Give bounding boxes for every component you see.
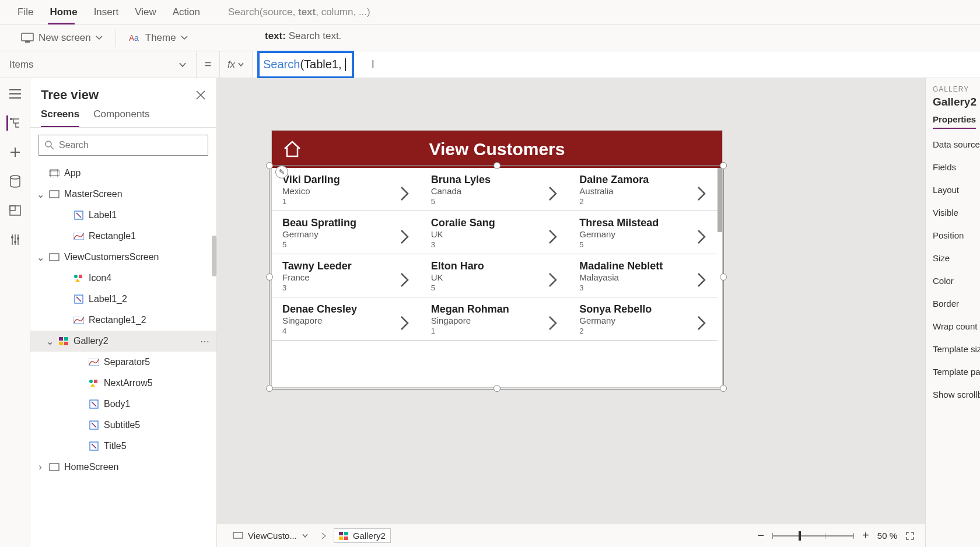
prop-color[interactable]: Color	[933, 276, 980, 286]
theme-button[interactable]: Aa Theme	[124, 30, 192, 46]
hamburger-icon[interactable]	[8, 86, 23, 101]
resize-handle[interactable]	[494, 385, 501, 392]
canvas[interactable]: View Customers Viki DarlingMexico1Bruna …	[217, 78, 925, 547]
tree-node-rectangle1[interactable]: Rectangle1	[30, 226, 216, 247]
tab-file[interactable]: File	[18, 6, 33, 18]
prop-template-padding[interactable]: Template padding	[933, 367, 980, 377]
gallery-item[interactable]: Bruna LylesCanada5	[421, 168, 569, 211]
resize-handle[interactable]	[494, 162, 501, 169]
chevron-right-icon[interactable]	[548, 229, 558, 245]
data-icon[interactable]	[8, 174, 23, 189]
home-icon[interactable]	[282, 139, 302, 159]
tree-tab-screens[interactable]: Screens	[41, 108, 79, 127]
resize-handle[interactable]	[720, 162, 727, 169]
tree-scrollbar[interactable]	[212, 236, 216, 276]
zoom-in-button[interactable]: +	[862, 529, 869, 542]
tree-node-gallery2[interactable]: ⌄Gallery2⋯	[30, 331, 216, 352]
media-icon[interactable]	[8, 203, 23, 218]
new-screen-button[interactable]: New screen	[16, 30, 107, 46]
tree-tab-components[interactable]: Components	[93, 108, 149, 127]
tree-search-input[interactable]	[59, 140, 202, 150]
tree-node-masterscreen[interactable]: ⌄MasterScreen	[30, 184, 216, 205]
tree-node-app[interactable]: App	[30, 163, 216, 184]
chevron-right-icon[interactable]	[548, 272, 558, 288]
zoom-slider[interactable]	[772, 535, 854, 537]
tree-node-homescreen[interactable]: ›HomeScreen	[30, 457, 216, 478]
gallery-item[interactable]: Daine ZamoraAustralia2	[569, 168, 718, 211]
resize-handle[interactable]	[720, 385, 727, 392]
svg-rect-34	[339, 532, 343, 535]
gallery-item[interactable]: Megan RohmanSingapore1	[421, 297, 569, 340]
prop-fields[interactable]: Fields	[933, 162, 980, 172]
zoom-knob[interactable]	[799, 531, 801, 541]
gallery-item[interactable]: Madaline NeblettMalayasia3	[569, 254, 718, 297]
tab-insert[interactable]: Insert	[94, 6, 119, 18]
tree-node-label1[interactable]: Label1	[30, 205, 216, 226]
tree-node-label1_2[interactable]: Label1_2	[30, 289, 216, 310]
chevron-right-icon[interactable]	[548, 315, 558, 331]
gallery-item[interactable]: Elton HaroUK5	[421, 254, 569, 297]
resize-handle[interactable]	[266, 385, 273, 392]
gallery-item[interactable]: Thresa MilsteadGermany5	[569, 211, 718, 254]
resize-handle[interactable]	[266, 274, 273, 280]
prop-wrap-count[interactable]: Wrap count	[933, 321, 980, 331]
prop-visible[interactable]: Visible	[933, 208, 980, 218]
gallery-control[interactable]: Viki DarlingMexico1Bruna LylesCanada5Dai…	[272, 168, 718, 387]
tree-node-nextarrow5[interactable]: NextArrow5	[30, 373, 216, 394]
properties-panel: GALLERY Gallery2 Properties Data sourceF…	[925, 78, 980, 547]
tree-node-body1[interactable]: Body1	[30, 394, 216, 415]
formula-input[interactable]: Search(Table1, I	[253, 51, 980, 78]
prop-template-size[interactable]: Template size	[933, 344, 980, 354]
advanced-icon[interactable]	[8, 232, 23, 247]
close-icon[interactable]	[195, 90, 206, 100]
chevron-right-icon[interactable]	[548, 185, 558, 202]
chevron-right-icon[interactable]	[696, 229, 707, 245]
gallery-item[interactable]: Sonya RebelloGermany2	[569, 297, 718, 340]
gallery-item[interactable]: Coralie SangUK3	[421, 211, 569, 254]
prop-border[interactable]: Border	[933, 299, 980, 308]
tree-node-subtitle5[interactable]: Subtitle5	[30, 415, 216, 436]
tree-node-viewcustomersscreen[interactable]: ⌄ViewCustomersScreen	[30, 247, 216, 268]
insert-icon[interactable]	[8, 145, 23, 160]
fit-screen-icon[interactable]	[905, 531, 915, 541]
item-title: Coralie Sang	[431, 217, 561, 229]
gallery-item[interactable]: Viki DarlingMexico1	[272, 168, 421, 211]
resize-handle[interactable]	[720, 274, 727, 280]
props-show-scrollbar[interactable]: Show scrollbar	[933, 390, 980, 399]
tree-search[interactable]	[38, 135, 208, 156]
gallery-item[interactable]: Denae ChesleySingapore4	[272, 297, 421, 340]
gallery-item[interactable]: Beau SpratlingGermany5	[272, 211, 421, 254]
gallery-item[interactable]: Tawny LeederFrance3	[272, 254, 421, 297]
prop-size[interactable]: Size	[933, 253, 980, 263]
zoom-out-button[interactable]: −	[757, 529, 764, 542]
props-tab-properties[interactable]: Properties	[933, 114, 976, 129]
tree-view-icon[interactable]	[6, 115, 22, 131]
tree-node-icon4[interactable]: Icon4	[30, 268, 216, 289]
tab-home[interactable]: Home	[50, 6, 77, 18]
tab-view[interactable]: View	[135, 6, 156, 18]
prop-data-source[interactable]: Data source	[933, 139, 980, 149]
property-selector[interactable]: Items	[0, 51, 197, 78]
breadcrumb-screen[interactable]: ViewCusto...	[228, 528, 314, 543]
chevron-right-icon[interactable]	[400, 185, 410, 202]
tree-node-rectangle1_2[interactable]: Rectangle1_2	[30, 310, 216, 331]
prop-position[interactable]: Position	[933, 230, 980, 240]
tab-action[interactable]: Action	[173, 6, 200, 18]
svg-point-5	[10, 176, 20, 179]
prop-layout[interactable]: Layout	[933, 185, 980, 195]
chevron-right-icon[interactable]	[696, 272, 707, 288]
chevron-right-icon[interactable]	[400, 229, 410, 245]
resize-handle[interactable]	[266, 162, 273, 169]
gallery-scrollbar[interactable]	[718, 168, 722, 232]
chevron-right-icon[interactable]	[696, 315, 707, 331]
chevron-right-icon[interactable]	[696, 185, 707, 202]
tree-node-separator5[interactable]: Separator5	[30, 352, 216, 373]
tree-node-title5[interactable]: Title5	[30, 436, 216, 457]
chevron-right-icon[interactable]	[400, 272, 410, 288]
svg-point-4	[10, 118, 12, 120]
chevron-right-icon[interactable]	[400, 315, 410, 331]
more-icon[interactable]: ⋯	[200, 336, 211, 347]
fx-button[interactable]: fx	[220, 51, 253, 78]
breadcrumb-control[interactable]: Gallery2	[334, 528, 391, 543]
edit-badge-icon[interactable]: ✎	[275, 166, 288, 178]
